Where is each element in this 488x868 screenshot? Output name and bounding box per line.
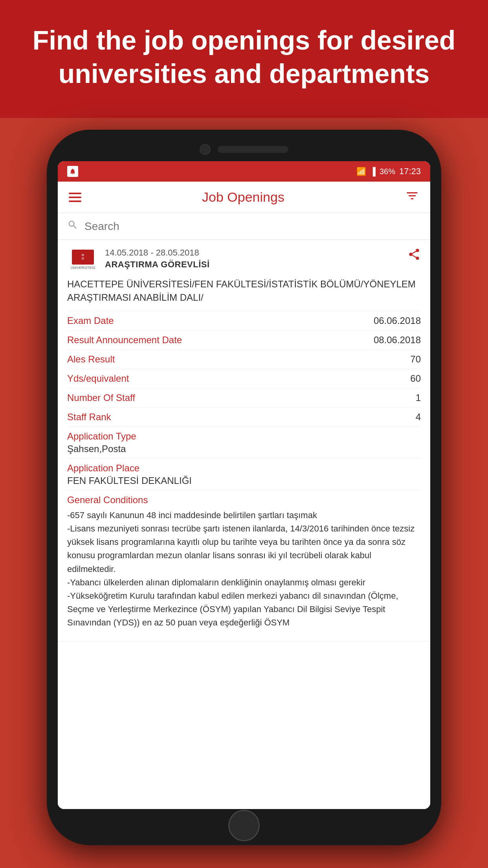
app-bar: Job Openings (58, 182, 430, 213)
wifi-icon: 📶 (356, 167, 366, 176)
logo-subtitle: ÜNİVERSİTESİ (71, 266, 95, 270)
logo-box: HÜ (72, 250, 94, 265)
header-title: Find the job openings for desired univer… (31, 24, 457, 90)
header-banner: Find the job openings for desired univer… (0, 0, 488, 118)
staff-number-value: 1 (416, 392, 421, 403)
home-button[interactable] (228, 810, 260, 841)
university-logo: HÜ ÜNİVERSİTESİ (67, 248, 99, 271)
general-conditions-label: General Conditions (67, 495, 421, 506)
status-right: 📶 ▐ 36% 17:23 (356, 166, 421, 177)
application-type-block: Application Type Şahsen,Posta (67, 427, 421, 458)
filter-icon[interactable] (405, 189, 419, 206)
signal-icon: ▐ (370, 167, 376, 176)
card-header: HÜ ÜNİVERSİTESİ 14.05.2018 - 28.05.2018 … (67, 248, 421, 271)
phone-bottom (58, 814, 430, 837)
card-date: 14.05.2018 - 28.05.2018 (105, 248, 210, 258)
staff-number-row: Number Of Staff 1 (67, 388, 421, 407)
staff-rank-label: Staff Rank (67, 412, 111, 423)
app-bar-title: Job Openings (202, 189, 284, 205)
phone-mockup: 📶 ▐ 36% 17:23 Job Openings (47, 130, 441, 845)
exam-date-value: 06.06.2018 (374, 315, 421, 326)
yds-label: Yds/equivalent (67, 373, 129, 384)
search-bar (58, 213, 430, 240)
exam-date-row: Exam Date 06.06.2018 (67, 311, 421, 330)
hamburger-line-2 (69, 197, 81, 198)
content-area[interactable]: HÜ ÜNİVERSİTESİ 14.05.2018 - 28.05.2018 … (58, 240, 430, 809)
application-type-value: Şahsen,Posta (67, 443, 421, 454)
department-title: HACETTEPE ÜNİVERSİTESİ/FEN FAKÜLTESİ/İST… (67, 278, 421, 304)
front-camera (200, 144, 211, 155)
result-date-row: Result Announcement Date 08.06.2018 (67, 330, 421, 349)
ales-value: 70 (410, 354, 421, 365)
staff-number-label: Number Of Staff (67, 392, 135, 403)
share-icon[interactable] (407, 248, 421, 264)
application-place-value: FEN FAKÜLTESİ DEKANLIĞI (67, 475, 421, 486)
application-place-label: Application Place (67, 463, 421, 474)
job-card: HÜ ÜNİVERSİTESİ 14.05.2018 - 28.05.2018 … (58, 240, 430, 642)
search-icon (67, 219, 78, 233)
menu-button[interactable] (69, 193, 81, 202)
hamburger-line-1 (69, 193, 81, 194)
logo-text: HÜ (82, 254, 84, 261)
staff-rank-row: Staff Rank 4 (67, 407, 421, 427)
status-bar: 📶 ▐ 36% 17:23 (58, 161, 430, 182)
card-header-left: HÜ ÜNİVERSİTESİ 14.05.2018 - 28.05.2018 … (67, 248, 210, 271)
card-position: ARAŞTIRMA GÖREVLİSİ (105, 259, 210, 270)
speaker-grille (218, 146, 288, 153)
ales-result-row: Ales Result 70 (67, 349, 421, 369)
notification-icon (67, 166, 78, 177)
yds-value: 60 (410, 373, 421, 384)
battery-text: 36% (380, 167, 395, 176)
application-place-block: Application Place FEN FAKÜLTESİ DEKANLIĞ… (67, 458, 421, 490)
phone-top-bar (58, 144, 430, 155)
phone-frame: 📶 ▐ 36% 17:23 Job Openings (47, 130, 441, 845)
ales-label: Ales Result (67, 354, 115, 365)
general-conditions-section: General Conditions -657 sayılı Kanunun 4… (67, 490, 421, 633)
hamburger-line-3 (69, 200, 81, 202)
application-type-label: Application Type (67, 431, 421, 442)
staff-rank-value: 4 (416, 412, 421, 423)
search-input[interactable] (84, 220, 421, 233)
general-conditions-text: -657 sayılı Kanunun 48 inci maddesinde b… (67, 509, 421, 629)
yds-row: Yds/equivalent 60 (67, 369, 421, 388)
result-date-value: 08.06.2018 (374, 335, 421, 346)
clock-time: 17:23 (399, 166, 421, 177)
exam-date-label: Exam Date (67, 315, 114, 326)
card-date-title: 14.05.2018 - 28.05.2018 ARAŞTIRMA GÖREVL… (105, 248, 210, 270)
phone-screen: 📶 ▐ 36% 17:23 Job Openings (58, 161, 430, 809)
result-date-label: Result Announcement Date (67, 335, 182, 346)
